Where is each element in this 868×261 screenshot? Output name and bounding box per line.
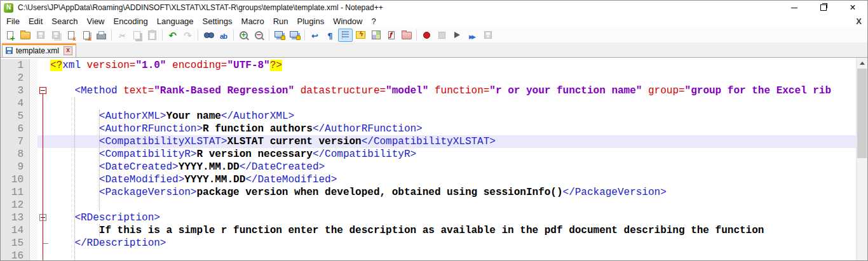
bookmark-margin[interactable] <box>30 186 37 199</box>
line-number[interactable]: 8 <box>1 148 30 161</box>
menu-encoding[interactable]: Encoding <box>109 15 153 27</box>
code-line-10[interactable]: 10 <DateModified>YYYY.MM.DD</DateModifie… <box>1 173 867 186</box>
menu-plugins[interactable]: Plugins <box>293 15 329 27</box>
code-text[interactable]: <DateCreated>YYYY.MM.DD</DateCreated> <box>48 161 867 173</box>
fold-margin[interactable] <box>37 59 48 72</box>
line-number[interactable]: 13 <box>1 211 30 224</box>
macro-record-button[interactable] <box>419 29 434 42</box>
bookmark-margin[interactable] <box>30 199 37 211</box>
editor[interactable]: 1<?xml version="1.0" encoding="UTF-8"?>2… <box>1 58 867 261</box>
zoom-in-button[interactable] <box>236 29 251 42</box>
line-number[interactable]: 12 <box>1 199 30 211</box>
code-line-11[interactable]: 11 <PackageVersion>package version when … <box>1 186 867 199</box>
vertical-scrollbar[interactable] <box>856 58 867 261</box>
bookmark-margin[interactable] <box>30 135 37 148</box>
code-text[interactable] <box>48 250 867 261</box>
paste-button[interactable] <box>145 29 159 42</box>
line-number[interactable]: 6 <box>1 123 30 135</box>
code-line-3[interactable]: 3 <Method text="Rank-Based Regression" d… <box>1 84 867 97</box>
line-number[interactable]: 14 <box>1 224 30 237</box>
bookmark-margin[interactable] <box>30 97 37 110</box>
scroll-up-button[interactable] <box>857 58 867 69</box>
menu-file[interactable]: File <box>2 15 24 27</box>
menu-search[interactable]: Search <box>47 15 82 27</box>
line-number[interactable]: 9 <box>1 161 30 173</box>
menu-macro[interactable]: Macro <box>237 15 269 27</box>
menu-edit[interactable]: Edit <box>24 15 47 27</box>
bookmark-margin[interactable] <box>30 110 37 123</box>
tab-template-xml[interactable]: template.xml x <box>2 43 76 57</box>
line-number[interactable]: 7 <box>1 135 30 148</box>
code-line-15[interactable]: 15 </RDescription> <box>1 237 867 250</box>
code-line-14[interactable]: 14 If this is a simple r function enter … <box>1 224 867 237</box>
code-text[interactable] <box>48 199 867 211</box>
replace-button[interactable] <box>216 29 231 42</box>
line-number[interactable]: 10 <box>1 173 30 186</box>
scrollbar-thumb[interactable] <box>857 69 867 158</box>
word-wrap-button[interactable] <box>308 29 322 42</box>
code-text[interactable]: </RDescription> <box>48 237 867 250</box>
code-text[interactable]: <Method text="Rank-Based Regression" dat… <box>48 84 867 97</box>
code-line-16[interactable]: 16 <box>1 250 867 261</box>
zoom-out-button[interactable] <box>252 29 266 42</box>
sync-vertical-button[interactable] <box>272 29 287 42</box>
fold-margin[interactable] <box>37 72 48 84</box>
cut-button[interactable] <box>114 29 129 42</box>
restore-button[interactable] <box>809 1 838 15</box>
macro-run-multiple-button[interactable] <box>465 29 480 42</box>
code-line-9[interactable]: 9 <DateCreated>YYYY.MM.DD</DateCreated> <box>1 161 867 173</box>
code-line-5[interactable]: 5 <AuthorXML>Your name</AuthorXML> <box>1 110 867 123</box>
save-all-button[interactable] <box>48 29 63 42</box>
undo-button[interactable] <box>165 29 180 42</box>
function-list-button[interactable] <box>384 29 398 42</box>
bookmark-margin[interactable] <box>30 237 37 250</box>
code-line-13[interactable]: 13 <RDescription> <box>1 211 867 224</box>
folder-as-workspace-button[interactable] <box>399 29 414 42</box>
document-map-button[interactable] <box>369 29 383 42</box>
line-number[interactable]: 11 <box>1 186 30 199</box>
bookmark-margin[interactable] <box>30 72 37 84</box>
find-button[interactable] <box>201 29 215 42</box>
code-line-6[interactable]: 6 <AuthorRFunction>R function authors</A… <box>1 123 867 135</box>
show-indent-guide-button[interactable] <box>338 29 353 42</box>
line-number[interactable]: 16 <box>1 250 30 261</box>
bookmark-margin[interactable] <box>30 224 37 237</box>
menu-help[interactable]: ? <box>367 15 380 27</box>
code-text[interactable]: <AuthorXML>Your name</AuthorXML> <box>48 110 867 123</box>
bookmark-margin[interactable] <box>30 84 37 97</box>
macro-save-button[interactable] <box>480 29 495 42</box>
close-document-button[interactable]: X <box>856 17 862 26</box>
code-text[interactable]: <PackageVersion>package version when dev… <box>48 186 867 199</box>
redo-button[interactable] <box>180 29 195 42</box>
code-line-4[interactable]: 4 <box>1 97 867 110</box>
menu-window[interactable]: Window <box>329 15 367 27</box>
menu-view[interactable]: View <box>83 15 109 27</box>
code-text[interactable]: If this is a simple r function enter the… <box>48 224 867 237</box>
code-text[interactable]: <CompatibilityR>R version necessary</Com… <box>48 148 867 161</box>
line-number[interactable]: 4 <box>1 97 30 110</box>
user-defined-language-button[interactable] <box>353 29 368 42</box>
code-text[interactable] <box>48 97 867 110</box>
macro-play-button[interactable] <box>450 29 465 42</box>
bookmark-margin[interactable] <box>30 211 37 224</box>
bookmark-margin[interactable] <box>30 250 37 261</box>
save-button[interactable] <box>33 29 48 42</box>
code-text[interactable]: <DateModified>YYYY.MM.DD</DateModified> <box>48 173 867 186</box>
code-line-2[interactable]: 2 <box>1 72 867 84</box>
minimize-button[interactable] <box>780 1 809 15</box>
copy-button[interactable] <box>130 29 144 42</box>
code-text[interactable]: <CompatibilityXLSTAT>XLSTAT current vers… <box>48 135 867 148</box>
tab-close-icon[interactable]: x <box>64 46 72 55</box>
bookmark-margin[interactable] <box>30 123 37 135</box>
line-number[interactable]: 5 <box>1 110 30 123</box>
code-line-7[interactable]: 7 <CompatibilityXLSTAT>XLSTAT current ve… <box>1 135 867 148</box>
code-text[interactable] <box>48 72 867 84</box>
bookmark-margin[interactable] <box>30 161 37 173</box>
bookmark-margin[interactable] <box>30 148 37 161</box>
code-text[interactable]: <RDescription> <box>48 211 867 224</box>
line-number[interactable]: 1 <box>1 59 30 72</box>
close-all-button[interactable] <box>79 29 93 42</box>
menu-run[interactable]: Run <box>269 15 293 27</box>
print-button[interactable] <box>94 29 109 42</box>
code-text[interactable]: <?xml version="1.0" encoding="UTF-8"?> <box>48 59 867 72</box>
